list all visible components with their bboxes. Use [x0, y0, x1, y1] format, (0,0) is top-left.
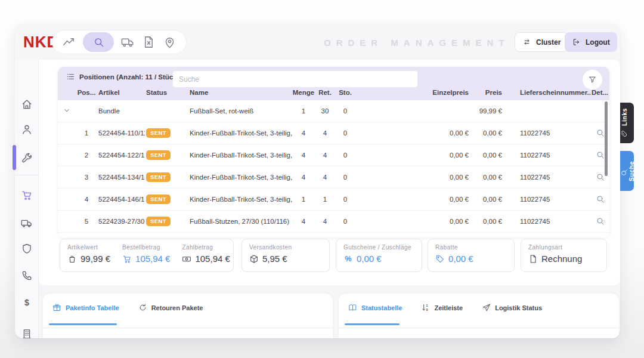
drawer-tab-label: Suche [628, 161, 635, 181]
content-card: Positionen (Anzahl: 11 / Stück: 30) Pos.… [39, 60, 620, 285]
table-scrollbar[interactable] [605, 101, 608, 176]
menge-cell: 1 [292, 107, 315, 115]
sidebar-item-dollar[interactable]: $ [21, 297, 33, 308]
sidebar-item-user[interactable] [21, 124, 33, 135]
summary-stat-amount: 99,99 € [80, 254, 110, 264]
expand-cell[interactable] [58, 106, 76, 116]
drawer-tab-suche[interactable]: Suche [620, 151, 634, 191]
sidebar-item-phone[interactable] [21, 270, 33, 282]
sidebar-item-wrench[interactable] [21, 152, 33, 164]
details-search-icon[interactable] [596, 172, 605, 181]
table-row[interactable]: 55224239-27/30SENTFußball-Stutzen, 27/30… [58, 211, 609, 233]
name-cell: Kinder-Fußball-Trikot-Set, 3-teilig, rot… [190, 152, 292, 159]
summary-stat: Artikelwert99,99 € [67, 244, 110, 271]
status-cell: SENT [145, 172, 190, 182]
table-row[interactable]: 25224454-122/128SENTKinder-Fußball-Triko… [58, 144, 609, 166]
ret-cell: 4 [315, 129, 335, 137]
sto-cell: 0 [335, 218, 355, 225]
gift-icon [52, 303, 61, 312]
summary-stat-value: 5,95 € [249, 254, 292, 264]
svg-text:%: % [345, 255, 351, 263]
sidebar-item-truck[interactable] [21, 217, 33, 229]
artikel-cell: 5224239-27/30 [97, 218, 145, 225]
sto-cell: 0 [335, 196, 355, 203]
details-cell[interactable] [590, 217, 609, 227]
toolbar-chart-line-icon[interactable] [62, 35, 76, 49]
details-cell[interactable] [590, 195, 609, 205]
summary-card: ZahlungsartRechnung [521, 239, 607, 272]
summary-stat-value: 105,94 € [122, 254, 170, 264]
ret-cell: 4 [315, 218, 335, 225]
preis-cell: 99,99 € [471, 107, 504, 115]
toolbar-search-icon[interactable] [83, 32, 114, 52]
summary-card: Artikelwert99,99 €Bestellbetrag105,94 €Z… [60, 239, 234, 272]
chevron-down-icon[interactable] [63, 106, 71, 115]
einzelpreis-cell: 0,00 € [355, 218, 471, 225]
table-row[interactable]: 35224454-134/140SENTKinder-Fußball-Triko… [58, 166, 609, 189]
cart-icon [122, 254, 132, 264]
preis-cell: 0,00 € [471, 218, 504, 225]
column-header: Det... [590, 89, 609, 96]
name-cell: Fußball-Stutzen, 27/30 (110/116) [190, 218, 292, 225]
pos-cell: 1 [76, 129, 97, 137]
logout-button-label: Logout [586, 38, 610, 47]
toolbar-map-pin-icon[interactable] [163, 35, 177, 49]
tab-label: Paketinfo Tabelle [66, 304, 119, 311]
positions-title-row: Positionen (Anzahl: 11 / Stück: 30) [66, 72, 191, 81]
summary-stat-amount: 5,95 € [262, 254, 287, 264]
drawer-tab-links[interactable]: Links [620, 103, 634, 143]
sidebar-item-shield[interactable] [21, 243, 33, 255]
summary-stat-label: Bestellbetrag [122, 244, 170, 251]
app-window: NKD ORDER MANAGEMENT Cluster Logout $ Po… [15, 24, 620, 338]
table-row[interactable]: 45224454-146/152SENTKinder-Fußball-Triko… [58, 189, 609, 211]
sto-cell: 0 [335, 107, 355, 115]
logout-icon [572, 38, 581, 47]
table-row[interactable]: 65224239-31/34SENTFußball-Stutzen, 31/34… [58, 233, 609, 237]
summary-card: Rabatte0,00 € [428, 239, 515, 272]
status-panel: Statustabelle19ZeitleisteLogistik Status [339, 294, 619, 338]
details-search-icon[interactable] [596, 150, 605, 159]
toolbar-file-export-icon[interactable] [142, 35, 156, 49]
column-header: Einzelpreis [355, 89, 471, 96]
menge-cell: 4 [292, 152, 315, 159]
paperclip-icon [620, 129, 628, 137]
sidebar-item-building[interactable] [21, 328, 33, 338]
tab-statustabelle[interactable]: Statustabelle [348, 303, 402, 312]
details-search-icon[interactable] [596, 195, 605, 203]
book-icon [348, 303, 357, 312]
column-header: Lieferscheinnummer... [504, 89, 590, 96]
status-panel-tabs: Statustabelle19ZeitleisteLogistik Status [339, 294, 619, 312]
details-search-icon[interactable] [596, 217, 605, 226]
positions-table: Positionen (Anzahl: 11 / Stück: 30) Pos.… [58, 67, 609, 237]
menge-cell: 1 [292, 196, 315, 203]
column-header: Status [145, 89, 190, 96]
ret-cell: 1 [315, 196, 335, 203]
tab-zeitleiste[interactable]: 19Zeitleiste [421, 303, 463, 312]
tab-logistik-status[interactable]: Logistik Status [482, 303, 542, 312]
cluster-button-label: Cluster [536, 38, 561, 47]
page: NKD ORDER MANAGEMENT Cluster Logout $ Po… [0, 0, 644, 358]
lieferscheinnummer-cell: 11022745 [504, 196, 590, 203]
table-row[interactable]: 15224454-110/116SENTKinder-Fußball-Triko… [58, 122, 609, 144]
name-cell: Kinder-Fußball-Trikot-Set, 3-teilig, rot… [190, 174, 292, 181]
toolbar-truck-icon[interactable] [121, 35, 135, 49]
name-cell: Fußball-Set, rot-weiß [190, 107, 292, 115]
tab-paketinfo-tabelle[interactable]: Paketinfo Tabelle [52, 303, 119, 312]
summary-stat-label: Rabatte [435, 244, 473, 251]
lieferscheinnummer-cell: 11022745 [504, 152, 590, 159]
cluster-button[interactable]: Cluster [515, 32, 568, 52]
drawer-tab-label: Links [621, 109, 628, 126]
sto-cell: 0 [335, 174, 355, 181]
preis-cell: 0,00 € [471, 174, 504, 181]
sidebar-item-cart[interactable] [21, 189, 33, 201]
logout-button[interactable]: Logout [565, 32, 617, 52]
column-header: Menge [292, 89, 315, 96]
positions-table-header: Positionen (Anzahl: 11 / Stück: 30) Pos.… [58, 67, 609, 100]
table-row[interactable]: BundleFußball-Set, rot-weiß130099,99 € [58, 100, 609, 122]
column-header: Pos... [76, 89, 97, 96]
details-search-icon[interactable] [596, 128, 605, 137]
funnel-icon [588, 75, 597, 84]
tab-retouren-pakete[interactable]: Retouren Pakete [138, 303, 203, 312]
summary-stat: Zahlbetrag105,94 € [182, 244, 230, 271]
sidebar-item-home[interactable] [21, 98, 33, 110]
